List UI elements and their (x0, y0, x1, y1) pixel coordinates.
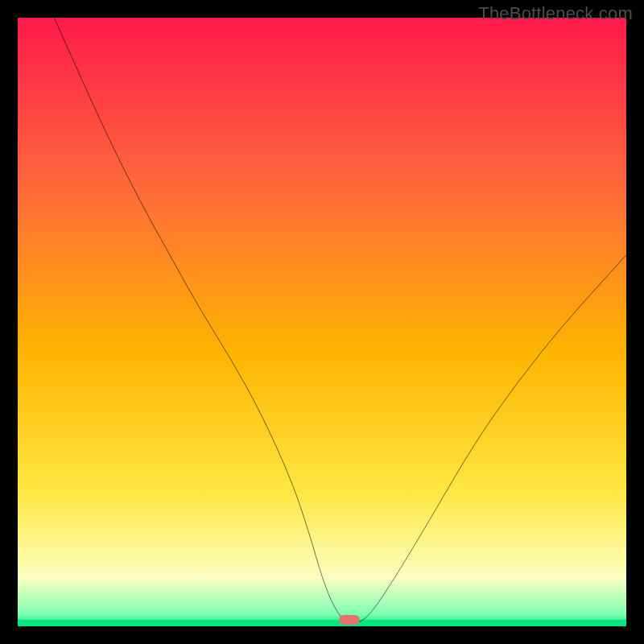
optimal-marker (339, 615, 360, 625)
watermark-text: TheBottleneck.com (478, 3, 633, 24)
chart-stage: TheBottleneck.com (0, 0, 644, 644)
plot-area (18, 18, 626, 626)
bottleneck-curve (18, 18, 626, 626)
